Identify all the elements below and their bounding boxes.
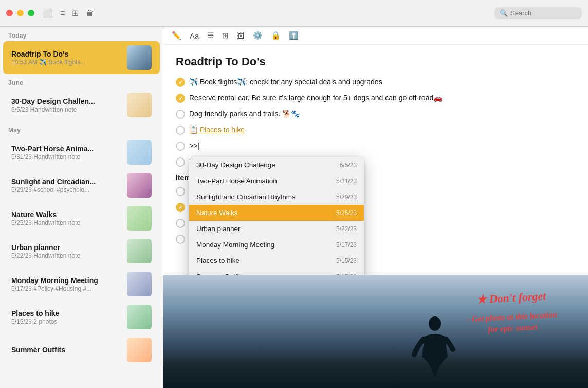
svg-point-0 [429,316,441,331]
todo-item-1: ✈️ Book flights✈️: check for any special… [176,77,576,87]
note-title: Roadtrip To Do's [11,50,122,58]
note-meta: 5/29/23 #school #psycholo... [11,186,122,193]
note-title: Summer Outfits [11,346,122,354]
note-info: Roadtrip To Do's 10:53 AM ✈️ Book flight… [11,50,122,66]
todo-checkbox-3[interactable] [176,110,185,119]
search-icon: 🔍 [500,9,508,17]
note-title: Monday Morning Meeting [11,276,122,285]
todo-checkbox-1[interactable] [176,78,185,87]
table-icon[interactable]: ⊞ [222,31,229,40]
toolbar-left: ⬜ ≡ ⊞ 🗑 [43,8,94,18]
todo-text-5: >>| [189,140,199,151]
todo-text-4[interactable]: 📋 Places to hike [189,125,245,135]
dropdown-item-date: 5/15/23 [336,257,357,264]
note-info: Sunlight and Circadian... 5/29/23 #schoo… [11,178,122,193]
checklist-icon[interactable]: ☰ [207,31,214,40]
dropdown-item[interactable]: 30-Day Design Challenge6/5/23 [189,157,364,173]
todo-text-2: Reserve rental car. Be sure it's large e… [189,93,442,103]
dropdown-item[interactable]: Summer Outfits5/15/23 [189,269,364,275]
note-title: Two-Part Horse Anima... [11,145,122,153]
dropdown-item-date: 5/25/23 [336,209,357,217]
todo-checkbox-5[interactable] [176,142,185,151]
sidebar-section-may: May [0,121,163,136]
dropdown-item-title: Two-Part Horse Animation [196,177,277,185]
sidebar-item-urban[interactable]: Urban planner 5/22/23 Handwritten note [3,235,160,268]
todo-subcheckbox-3[interactable] [176,219,185,228]
todo-checkbox-6[interactable] [176,157,185,167]
share-icon[interactable]: ⬆️ [289,31,299,40]
dropdown-item[interactable]: Nature Walks5/25/23 [189,205,364,221]
note-title: Urban planner [11,243,122,252]
dropdown-item-title: Urban planner [196,225,241,233]
todo-text-3: Dog friendly parks and trails. 🐕🐾 [189,109,300,119]
dropdown-item[interactable]: Monday Morning Meeting5/17/23 [189,237,364,253]
maximize-button[interactable] [28,10,34,16]
dropdown-item-title: Nature Walks [196,209,238,217]
note-thumbnail [127,140,152,165]
note-meta: 5/25/23 Handwritten note [11,219,122,226]
toolbar-right: 🔍 [494,7,582,19]
todo-subcheckbox-2[interactable] [176,203,185,212]
note-title: Places to hike [11,309,122,318]
sidebar-item-roadtrip[interactable]: Roadtrip To Do's 10:53 AM ✈️ Book flight… [3,41,160,74]
dropdown-item-title: Sunlight and Circadian Rhythms [196,193,296,201]
dropdown-item-title: Monday Morning Meeting [196,241,274,249]
todo-item-5: >>| [176,140,576,151]
search-input[interactable] [510,9,577,17]
dropdown-item-date: 5/31/23 [336,178,357,185]
dropdown-item-title: Places to hike [196,257,240,264]
note-thumbnail [127,272,152,296]
grid-view-icon[interactable]: ⊞ [72,8,79,18]
sidebar-section-today: Today [0,27,163,41]
note-info: Two-Part Horse Anima... 5/31/23 Handwrit… [11,145,122,161]
todo-subcheckbox-1[interactable] [176,187,185,196]
note-thumbnail [127,45,152,70]
sidebar-item-monday[interactable]: Monday Morning Meeting 5/17/23 #Policy #… [3,268,160,301]
list-view-icon[interactable]: ≡ [60,9,65,18]
sidebar-item-nature[interactable]: Nature Walks 5/25/23 Handwritten note [3,202,160,235]
note-thumbnail [127,305,152,329]
dropdown-item[interactable]: Sunlight and Circadian Rhythms5/29/23 [189,189,364,205]
media-icon[interactable]: 🖼 [237,31,245,40]
note-editor: ✏️ Aa ☰ ⊞ 🖼 ⚙️ 🔒 ⬆️ Roadtrip To Do's ✈️ … [163,27,588,388]
lock-icon[interactable]: 🔒 [271,31,281,40]
collaborate-icon[interactable]: ⚙️ [253,31,263,40]
traffic-lights [6,10,34,16]
search-box[interactable]: 🔍 [494,7,582,19]
sidebar: Today Roadtrip To Do's 10:53 AM ✈️ Book … [0,27,163,388]
dropdown-item[interactable]: Places to hike5/15/23 [189,253,364,269]
todo-text-1: ✈️ Book flights✈️: check for any special… [189,77,382,87]
todo-item-2: Reserve rental car. Be sure it's large e… [176,93,576,103]
handwriting-line1: ★ Don't forget [466,288,557,308]
silhouette-figure [409,316,461,383]
note-thumbnail [127,173,152,198]
todo-subcheckbox-4[interactable] [176,235,185,244]
note-info: 30-Day Design Challen... 6/5/23 Handwrit… [11,97,122,113]
sidebar-toggle-icon[interactable]: ⬜ [43,8,53,18]
todo-checkbox-2[interactable] [176,94,185,103]
delete-icon[interactable]: 🗑 [86,9,94,18]
note-image-bg: ★ Don't forget - Get photo at this locat… [163,275,588,388]
dropdown-item-title: 30-Day Design Challenge [196,161,275,169]
format-text-icon[interactable]: Aa [190,31,199,40]
sidebar-item-design[interactable]: 30-Day Design Challen... 6/5/23 Handwrit… [3,89,160,121]
todo-checkbox-4[interactable] [176,126,185,135]
dropdown-item[interactable]: Urban planner5/22/23 [189,221,364,237]
note-meta: 5/15/23 2 photos [11,318,122,325]
compose-icon[interactable]: ✏️ [172,31,181,40]
note-title: Sunlight and Circadian... [11,178,122,186]
editor-content[interactable]: Roadtrip To Do's ✈️ Book flights✈️: chec… [163,45,588,275]
dropdown-item[interactable]: Two-Part Horse Animation5/31/23 [189,173,364,189]
close-button[interactable] [6,10,13,16]
note-meta: 10:53 AM ✈️ Book flights... [11,59,122,66]
dropdown-item-date: 5/17/23 [336,241,357,249]
todo-item-4: 📋 Places to hike [176,125,576,135]
sidebar-item-places[interactable]: Places to hike 5/15/23 2 photos [3,301,160,333]
note-info: Nature Walks 5/25/23 Handwritten note [11,210,122,226]
note-image-area: ★ Don't forget - Get photo at this locat… [163,275,588,388]
sidebar-item-sunlight[interactable]: Sunlight and Circadian... 5/29/23 #schoo… [3,169,160,202]
minimize-button[interactable] [17,10,24,16]
note-info: Summer Outfits [11,346,122,355]
sidebar-item-summer[interactable]: Summer Outfits [3,333,160,366]
sidebar-item-horse[interactable]: Two-Part Horse Anima... 5/31/23 Handwrit… [3,136,160,169]
